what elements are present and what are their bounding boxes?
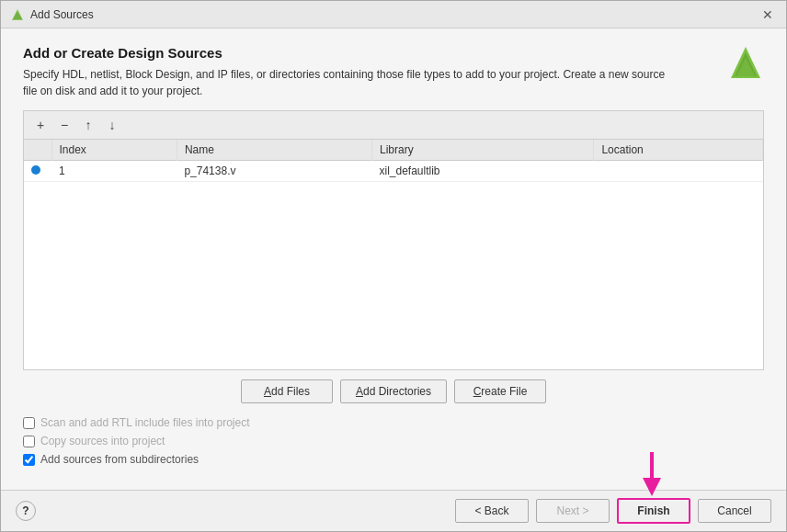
row-name: p_74138.v xyxy=(177,161,371,182)
file-action-buttons: Add Files Add Directories Create File xyxy=(23,379,764,403)
add-subdirs-checkbox[interactable] xyxy=(23,454,35,466)
add-directories-button[interactable]: Add Directories xyxy=(340,379,447,403)
sources-table: Index Name Library Location 1 p_74138.v … xyxy=(24,140,763,182)
add-directories-label: Add Directories xyxy=(356,385,431,398)
col-library: Library xyxy=(371,140,593,161)
next-button[interactable]: Next > xyxy=(536,499,610,523)
col-status xyxy=(24,140,51,161)
header-text: Add or Create Design Sources Specify HDL… xyxy=(23,45,667,99)
move-down-button[interactable]: ↓ xyxy=(101,115,123,135)
col-location: Location xyxy=(594,140,763,161)
row-index: 1 xyxy=(51,161,177,182)
add-files-label: Add Files xyxy=(264,385,310,398)
dialog-title: Add Sources xyxy=(30,8,94,21)
add-item-button[interactable]: + xyxy=(29,115,51,135)
title-bar-left: Add Sources xyxy=(10,7,94,22)
cancel-button[interactable]: Cancel xyxy=(698,499,771,523)
status-dot xyxy=(31,165,40,175)
help-button[interactable]: ? xyxy=(16,501,36,521)
move-up-button[interactable]: ↑ xyxy=(77,115,99,135)
footer-right: < Back Next > Finish Cancel xyxy=(455,498,771,524)
options-checkboxes: Scan and add RTL include files into proj… xyxy=(23,416,764,466)
add-subdirs-label: Add sources from subdirectories xyxy=(40,453,199,466)
dialog-footer: ? < Back Next > Finish Cancel xyxy=(1,490,786,531)
finish-button[interactable]: Finish xyxy=(617,498,690,524)
dialog-description: Specify HDL, netlist, Block Design, and … xyxy=(23,66,667,99)
table-header-row: Index Name Library Location xyxy=(24,140,763,161)
create-file-button[interactable]: Create File xyxy=(454,379,546,403)
close-button[interactable]: ✕ xyxy=(758,8,777,21)
create-file-label: Create File xyxy=(473,385,528,398)
scan-rtl-label: Scan and add RTL include files into proj… xyxy=(40,416,249,429)
row-dot-cell xyxy=(24,161,51,182)
table-row[interactable]: 1 p_74138.v xil_defaultlib xyxy=(24,161,763,182)
add-icon: + xyxy=(37,118,44,132)
copy-sources-label: Copy sources into project xyxy=(40,435,165,447)
up-arrow-icon: ↑ xyxy=(86,118,92,132)
scan-rtl-row: Scan and add RTL include files into proj… xyxy=(23,416,764,429)
col-name: Name xyxy=(177,140,371,161)
copy-sources-checkbox[interactable] xyxy=(23,436,35,447)
col-index: Index xyxy=(51,140,177,161)
add-files-button[interactable]: Add Files xyxy=(241,379,333,403)
svg-marker-1 xyxy=(13,11,22,19)
copy-sources-row: Copy sources into project xyxy=(23,435,764,447)
row-location xyxy=(594,161,763,182)
add-subdirs-row: Add sources from subdirectories xyxy=(23,453,764,466)
remove-item-button[interactable]: − xyxy=(53,115,75,135)
dialog-heading: Add or Create Design Sources xyxy=(23,45,667,61)
scan-rtl-checkbox[interactable] xyxy=(23,417,35,429)
header-section: Add or Create Design Sources Specify HDL… xyxy=(23,45,764,99)
title-bar: Add Sources ✕ xyxy=(1,1,786,28)
file-toolbar: + − ↑ ↓ xyxy=(23,110,764,139)
row-library: xil_defaultlib xyxy=(371,161,593,182)
remove-icon: − xyxy=(61,118,68,132)
footer-left: ? xyxy=(16,501,36,521)
down-arrow-icon: ↓ xyxy=(109,118,116,132)
dialog-content: Add or Create Design Sources Specify HDL… xyxy=(1,28,786,490)
vivado-logo xyxy=(727,45,764,82)
add-sources-dialog: Add Sources ✕ Add or Create Design Sourc… xyxy=(0,0,787,532)
back-button[interactable]: < Back xyxy=(455,499,529,523)
sources-table-area: Index Name Library Location 1 p_74138.v … xyxy=(23,139,764,370)
app-icon xyxy=(10,7,25,22)
